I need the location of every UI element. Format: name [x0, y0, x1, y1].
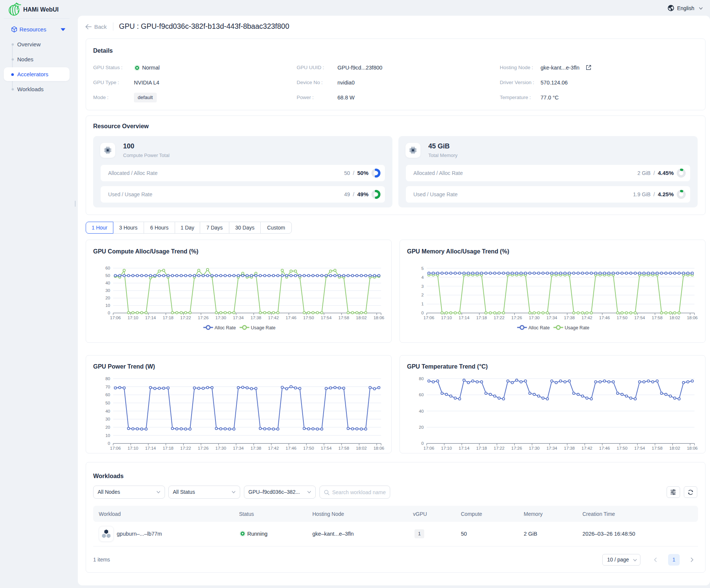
svg-text:20: 20 — [419, 425, 424, 430]
svg-text:17:14: 17:14 — [459, 315, 469, 320]
svg-text:17:50: 17:50 — [303, 315, 314, 320]
svg-text:Alloc Rate: Alloc Rate — [215, 325, 236, 330]
svg-text:18:02: 18:02 — [356, 315, 367, 320]
svg-text:5: 5 — [421, 266, 423, 271]
svg-text:17:30: 17:30 — [529, 315, 540, 320]
svg-text:17:18: 17:18 — [476, 315, 487, 320]
svg-text:18:06: 18:06 — [373, 315, 384, 320]
svg-text:70: 70 — [105, 385, 110, 389]
svg-text:17:34: 17:34 — [233, 446, 244, 450]
svg-text:17:10: 17:10 — [128, 446, 138, 450]
svg-text:17:22: 17:22 — [494, 446, 505, 450]
svg-text:17:26: 17:26 — [511, 315, 522, 320]
svg-text:17:50: 17:50 — [303, 446, 314, 450]
svg-text:20: 20 — [105, 425, 110, 430]
svg-text:17:22: 17:22 — [180, 315, 191, 320]
svg-text:17:06: 17:06 — [110, 446, 121, 450]
svg-text:18:06: 18:06 — [373, 446, 384, 450]
svg-text:17:46: 17:46 — [286, 315, 297, 320]
svg-text:17:42: 17:42 — [582, 446, 593, 450]
svg-text:17:10: 17:10 — [128, 315, 138, 320]
svg-text:Alloc Rate: Alloc Rate — [529, 325, 550, 330]
svg-text:17:18: 17:18 — [476, 446, 487, 450]
svg-text:4: 4 — [421, 275, 424, 280]
svg-text:17:38: 17:38 — [251, 446, 261, 450]
svg-text:18:02: 18:02 — [356, 446, 367, 450]
svg-text:40: 40 — [419, 409, 424, 413]
svg-text:40: 40 — [105, 409, 110, 413]
svg-text:17:38: 17:38 — [251, 315, 261, 320]
svg-text:17:06: 17:06 — [423, 446, 434, 450]
svg-text:17:10: 17:10 — [441, 446, 452, 450]
svg-text:17:42: 17:42 — [268, 446, 279, 450]
svg-text:30: 30 — [105, 417, 110, 421]
svg-text:17:54: 17:54 — [321, 446, 332, 450]
svg-text:0: 0 — [421, 311, 423, 315]
svg-text:17:58: 17:58 — [652, 446, 662, 450]
svg-text:17:22: 17:22 — [494, 315, 505, 320]
svg-text:17:18: 17:18 — [163, 446, 174, 450]
svg-text:17:54: 17:54 — [321, 315, 332, 320]
svg-text:0: 0 — [421, 441, 423, 446]
svg-text:17:50: 17:50 — [617, 315, 628, 320]
svg-text:Usage Rate: Usage Rate — [251, 325, 276, 330]
svg-text:2: 2 — [421, 293, 423, 297]
svg-text:17:26: 17:26 — [198, 315, 209, 320]
svg-text:17:34: 17:34 — [547, 315, 557, 320]
svg-text:30: 30 — [105, 288, 110, 293]
svg-text:10: 10 — [105, 303, 110, 308]
svg-text:60: 60 — [105, 266, 110, 270]
svg-text:17:58: 17:58 — [339, 315, 349, 320]
svg-text:17:14: 17:14 — [145, 446, 156, 450]
svg-text:17:30: 17:30 — [215, 446, 226, 450]
svg-text:17:26: 17:26 — [511, 446, 522, 450]
svg-text:17:14: 17:14 — [459, 446, 469, 450]
svg-text:17:58: 17:58 — [652, 315, 662, 320]
svg-text:1: 1 — [421, 302, 423, 306]
svg-text:17:30: 17:30 — [215, 315, 226, 320]
svg-text:80: 80 — [419, 376, 424, 381]
svg-text:17:14: 17:14 — [145, 315, 156, 320]
svg-text:18:06: 18:06 — [687, 315, 698, 320]
svg-text:17:46: 17:46 — [599, 446, 610, 450]
svg-text:18:02: 18:02 — [669, 315, 680, 320]
svg-text:60: 60 — [105, 392, 110, 397]
svg-text:18:06: 18:06 — [687, 446, 698, 450]
svg-text:17:26: 17:26 — [198, 446, 209, 450]
svg-text:17:42: 17:42 — [582, 315, 593, 320]
svg-text:17:30: 17:30 — [529, 446, 540, 450]
svg-text:17:34: 17:34 — [233, 315, 244, 320]
svg-text:17:46: 17:46 — [599, 315, 610, 320]
svg-text:40: 40 — [105, 281, 110, 285]
svg-text:17:18: 17:18 — [163, 315, 174, 320]
svg-text:17:38: 17:38 — [564, 446, 575, 450]
svg-text:Usage Rate: Usage Rate — [565, 325, 590, 330]
svg-text:50: 50 — [105, 401, 110, 405]
svg-text:17:54: 17:54 — [634, 315, 645, 320]
svg-text:17:54: 17:54 — [634, 446, 645, 450]
svg-text:50: 50 — [105, 273, 110, 278]
svg-text:17:38: 17:38 — [564, 315, 575, 320]
svg-text:3: 3 — [421, 284, 423, 289]
svg-text:17:42: 17:42 — [268, 315, 279, 320]
svg-text:18:02: 18:02 — [669, 446, 680, 450]
svg-text:10: 10 — [105, 433, 110, 438]
svg-text:17:06: 17:06 — [423, 315, 434, 320]
svg-text:0: 0 — [108, 441, 110, 446]
svg-text:80: 80 — [105, 376, 110, 381]
svg-text:17:50: 17:50 — [617, 446, 628, 450]
svg-text:0: 0 — [108, 311, 110, 315]
svg-text:17:46: 17:46 — [286, 446, 297, 450]
svg-text:60: 60 — [419, 392, 424, 397]
svg-text:17:10: 17:10 — [441, 315, 452, 320]
svg-text:17:58: 17:58 — [339, 446, 349, 450]
svg-text:20: 20 — [105, 296, 110, 300]
svg-text:17:22: 17:22 — [180, 446, 191, 450]
svg-text:17:06: 17:06 — [110, 315, 121, 320]
svg-text:17:34: 17:34 — [547, 446, 557, 450]
